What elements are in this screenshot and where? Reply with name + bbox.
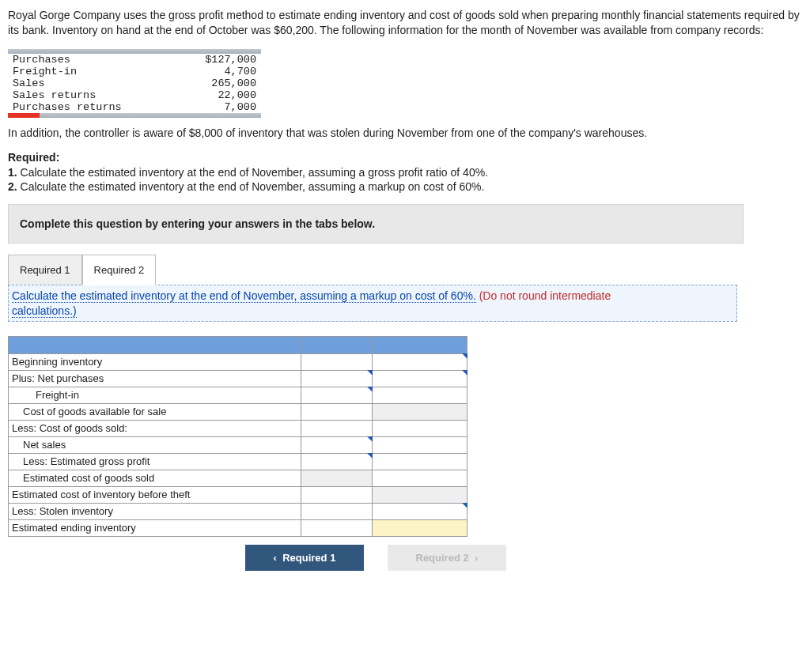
required-block: Required: 1. Calculate the estimated inv… [8, 150, 801, 195]
tab-instruction-link-tail[interactable]: calculations.) [12, 304, 77, 318]
row-est-cogs: Estimated cost of goods sold [9, 470, 301, 486]
tab-required-2[interactable]: Required 2 [82, 255, 157, 285]
answer-table: Beginning inventory Plus: Net purchases … [8, 336, 467, 537]
row-beginning-inventory: Beginning inventory [9, 353, 301, 370]
given-data-block: Purchases$127,000 Freight-in4,700 Sales2… [8, 49, 261, 118]
row-net-purchases: Plus: Net purchases [9, 370, 301, 387]
nav-buttons: ‹ Required 1 Required 2 › [245, 545, 801, 571]
tab-instruction: Calculate the estimated inventory at the… [8, 285, 737, 321]
tab-instruction-link[interactable]: Calculate the estimated inventory at the… [12, 289, 476, 303]
tab-required-1[interactable]: Required 1 [8, 255, 82, 285]
required-heading: Required: [8, 151, 59, 164]
row-est-ending-inv: Estimated ending inventory [9, 519, 301, 536]
next-button[interactable]: Required 2 › [388, 545, 506, 571]
row-net-sales: Net sales [9, 436, 301, 453]
row-stolen: Less: Stolen inventory [9, 503, 301, 519]
row-cogs-available: Cost of goods available for sale [9, 403, 301, 420]
row-est-gross-profit: Less: Estimated gross profit [9, 453, 301, 470]
problem-intro: Royal Gorge Company uses the gross profi… [8, 8, 801, 38]
row-freight-in: Freight-in [9, 387, 301, 403]
row-inv-before-theft: Estimated cost of inventory before theft [9, 486, 301, 503]
instruction-bar: Complete this question by entering your … [8, 204, 744, 244]
given-data-table: Purchases$127,000 Freight-in4,700 Sales2… [8, 54, 261, 113]
additional-info: In addition, the controller is aware of … [8, 126, 801, 141]
row-less-cogs: Less: Cost of goods sold: [9, 420, 301, 436]
tabs: Required 1 Required 2 [8, 255, 801, 285]
prev-button[interactable]: ‹ Required 1 [245, 545, 364, 571]
